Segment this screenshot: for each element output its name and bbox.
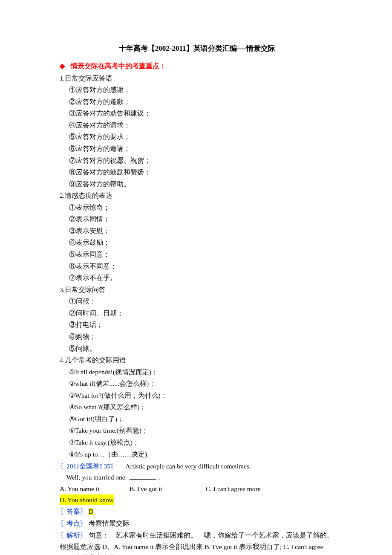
outline-item: ③应答对方的劝告和建议； xyxy=(69,108,334,119)
exam-point-label: 〖考点〗 xyxy=(60,520,87,527)
exam-point-value: 考察情景交际 xyxy=(89,520,130,527)
answer-label: 〖答案〗 xyxy=(60,508,87,515)
outline-item: ②应答对方的道歉； xyxy=(69,96,334,107)
question-ref: 2011全国卷I 35 xyxy=(66,462,110,470)
outline-item: ④应答对方的请求； xyxy=(69,120,334,131)
choice-a: A. You name it xyxy=(60,483,128,494)
outline-item: ①It all depends!(视情况而定)； xyxy=(69,367,334,378)
outline-group-3-head: 3.日常交际问答 xyxy=(60,284,334,295)
outline-item: ⑦Take it easy.(放松点)； xyxy=(69,437,334,448)
section-heading-text: 情景交际在高考中的考查重点： xyxy=(71,62,166,69)
section-heading: ◆ 情景交际在高考中的考查重点： xyxy=(60,61,334,72)
choice-d-highlighted: D. You should know xyxy=(60,494,114,506)
outline-item: ⑥表示不同意； xyxy=(69,261,334,272)
outline-item: ⑤应答对方的要求； xyxy=(69,131,334,142)
blank-period: . xyxy=(159,474,161,481)
analysis-line-1: 〖解析〗 句意：—艺术家有时生活挺困难的。—嗯，你嫁给了一个艺术家，应该是了解的… xyxy=(60,530,334,541)
outline-item: ①表示惊奇； xyxy=(69,202,334,213)
exam-point-line: 〖考点〗 考察情景交际 xyxy=(60,518,334,529)
choices-row: A. You name it B. I've got it C. I can't… xyxy=(60,483,334,505)
question-line-1: 〖2011全国卷I 35〗 —Artistic people can be ve… xyxy=(60,461,334,472)
ref-bracket-open: 〖 xyxy=(60,462,66,470)
analysis-line-2: 根据题意应选 D。A. You name it 表示全部说出来 B. I've … xyxy=(60,541,334,555)
outline-item: ⑧应答对方的鼓励和赞扬； xyxy=(69,167,334,178)
question-line-2: —Well, you married one. . xyxy=(60,472,334,483)
outline-item: ⑤问路。 xyxy=(69,343,334,354)
question-text-2: —Well, you married one. xyxy=(60,474,127,481)
outline-item: ④购物； xyxy=(69,331,334,342)
outline-item: ②问时间、日期； xyxy=(69,308,334,319)
document-title: 十年高考【2002-2011】英语分类汇编----情景交际 xyxy=(60,43,334,55)
outline-item: ①应答对方的感谢； xyxy=(69,84,334,95)
outline-item: ⑦表示不在乎。 xyxy=(69,272,334,283)
outline-item: ④表示鼓励； xyxy=(69,237,334,248)
choice-b: B. I've got it xyxy=(130,483,204,494)
outline-item: ⑥应答对方的邀请； xyxy=(69,143,334,154)
outline-group-1-head: 1.日常交际应答语 xyxy=(60,73,334,84)
analysis-label: 〖解析〗 xyxy=(60,532,87,539)
choice-c: C. I can't agree more xyxy=(206,483,280,494)
outline-item: ⑤Got it!(明白了)； xyxy=(69,413,334,425)
outline-group-4-head: 4.几个常考的交际用语 xyxy=(60,355,334,366)
outline-item: ③打电话； xyxy=(69,319,334,330)
outline-item: ①问候； xyxy=(69,296,334,307)
outline-item: ②表示同情； xyxy=(69,214,334,225)
answer-line: 〖答案〗 D xyxy=(60,506,334,517)
outline-group-2-head: 2.情感态度的表达 xyxy=(60,190,334,201)
outline-item: ③What for?(做什么用，为什么)； xyxy=(69,390,334,401)
ref-bracket-close: 〗 xyxy=(110,462,117,470)
outline-item: ⑨应答对方的帮助。 xyxy=(69,179,334,190)
answer-value: D xyxy=(89,508,93,515)
outline-item: ⑥Take your time.(别着急)； xyxy=(69,425,334,436)
outline-item: ②what if(倘若......会怎么样)； xyxy=(69,378,334,389)
page-container: 十年高考【2002-2011】英语分类汇编----情景交际 ◆ 情景交际在高考中… xyxy=(0,0,392,555)
outline-item: ③表示安慰； xyxy=(69,225,334,237)
answer-blank xyxy=(130,472,156,480)
diamond-bullet-icon: ◆ xyxy=(60,61,65,72)
analysis-text-1: 句意：—艺术家有时生活挺困难的。—嗯，你嫁给了一个艺术家，应该是了解的。 xyxy=(89,532,334,539)
outline-item: ⑤表示同意； xyxy=(69,249,334,260)
outline-item: ④So what ?(那又怎么样)； xyxy=(69,402,334,413)
outline-item: ⑧It's up to…（由……决定)。 xyxy=(69,449,334,460)
question-text-1: —Artistic people can be very difficult s… xyxy=(119,462,251,470)
outline-item: ⑦应答对方的祝愿、祝贺； xyxy=(69,155,334,166)
